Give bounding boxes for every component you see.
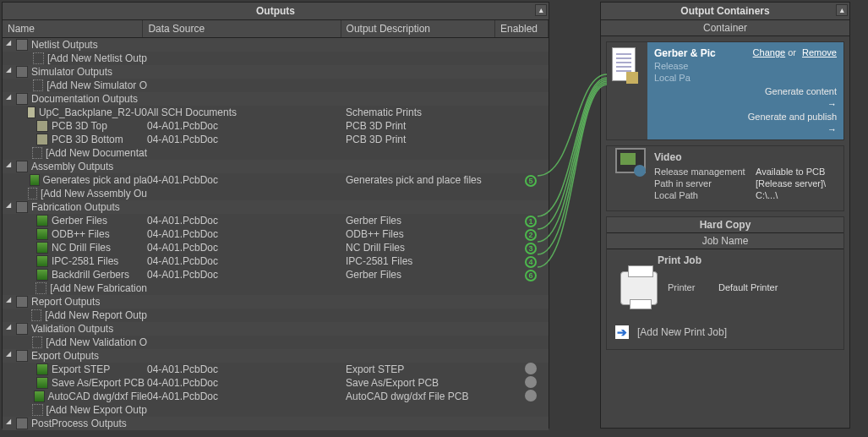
folder-icon [16, 201, 28, 213]
output-group[interactable]: Netlist Outputs [3, 38, 549, 52]
hardcopy-section: Hard Copy Job Name Print Job PrinterDefa… [606, 216, 844, 350]
enabled-dot[interactable] [525, 376, 537, 388]
output-group[interactable]: PostProcess Outputs [3, 417, 549, 430]
enabled-badge[interactable]: 4 [525, 256, 537, 268]
output-item[interactable]: PCB 3D Bottom 04-A01.PcbDoc PCB 3D Print [3, 133, 549, 146]
add-output-item[interactable]: [Add New Documentat [3, 146, 549, 160]
item-name: UpC_Backplane_R2-U0 [39, 107, 147, 118]
video-container[interactable]: Video Release managementAvailable to PCB… [606, 145, 844, 211]
add-print-job[interactable]: ➔ [Add New Print Job] [615, 325, 835, 339]
caret-icon[interactable] [6, 203, 14, 211]
header-enabled[interactable]: Enabled [495, 20, 549, 37]
add-output-item[interactable]: [Add New Report Outp [3, 309, 549, 322]
output-item[interactable]: Export STEP 04-A01.PcbDoc Export STEP [3, 363, 549, 376]
add-icon: ➔ [615, 325, 629, 339]
item-name: Generates pick and pla [43, 174, 147, 186]
outputs-tree[interactable]: Netlist Outputs[Add New Netlist Outp Sim… [3, 38, 549, 430]
add-label: [Add New Simulator O [46, 79, 147, 91]
output-group[interactable]: Validation Outputs [3, 322, 549, 336]
output-item[interactable]: Generates pick and pla 04-A01.PcbDoc Gen… [3, 173, 549, 187]
item-datasource: 04-A01.PcbDoc [147, 228, 346, 240]
item-description: Gerber Files [346, 215, 500, 227]
add-output-item[interactable]: [Add New Assembly Ou [3, 187, 549, 200]
enabled-dot[interactable] [525, 390, 537, 401]
header-description[interactable]: Output Description [341, 20, 495, 37]
item-icon [36, 255, 48, 267]
folder-icon [16, 350, 28, 362]
printer-val: Default Printer [718, 282, 778, 292]
enabled-badge[interactable]: 1 [525, 216, 537, 227]
add-output-item[interactable]: [Add New Export Outp [3, 403, 549, 417]
output-group[interactable]: Fabrication Outputs [3, 200, 549, 214]
item-datasource: 04-A01.PcbDoc [147, 255, 346, 267]
rm-val: Available to PCB [756, 167, 825, 177]
hardcopy-title: Hard Copy [607, 217, 843, 233]
caret-icon[interactable] [6, 298, 14, 306]
output-item[interactable]: AutoCAD dwg/dxf File 04-A01.PcbDoc AutoC… [3, 390, 549, 403]
caret-icon[interactable] [6, 325, 14, 333]
add-icon [28, 188, 37, 199]
add-output-item[interactable]: [Add New Netlist Outp [3, 52, 549, 65]
item-description: IPC-2581 Files [346, 255, 500, 267]
output-item[interactable]: Backdrill Gerbers 04-A01.PcbDoc Gerber F… [3, 268, 549, 281]
item-description: AutoCAD dwg/dxf File PCB [346, 391, 500, 402]
item-description: Save As/Export PCB [346, 377, 500, 389]
header-name[interactable]: Name [3, 20, 143, 37]
group-label: PostProcess Outputs [31, 418, 127, 429]
add-output-item[interactable]: [Add New Fabrication [3, 281, 549, 295]
output-item[interactable]: ODB++ Files 04-A01.PcbDoc ODB++ Files 2 [3, 227, 549, 241]
scroll-up-icon[interactable]: ▴ [836, 4, 848, 16]
output-group[interactable]: Export Outputs [3, 349, 549, 363]
enabled-dot[interactable] [525, 363, 537, 374]
add-label: [Add New Assembly Ou [41, 188, 147, 199]
print-job-row[interactable]: Print Job PrinterDefault Printer [607, 249, 843, 315]
output-item[interactable]: UpC_Backplane_R2-U0 All SCH Documents Sc… [3, 106, 549, 119]
output-item[interactable]: IPC-2581 Files 04-A01.PcbDoc IPC-2581 Fi… [3, 254, 549, 268]
add-output-item[interactable]: [Add New Validation O [3, 336, 549, 349]
caret-icon[interactable] [6, 68, 14, 76]
caret-icon[interactable] [6, 95, 14, 103]
add-label: [Add New Export Outp [46, 404, 147, 416]
output-group[interactable]: Documentation Outputs [3, 92, 549, 106]
item-icon [36, 120, 48, 132]
item-datasource: 04-A01.PcbDoc [147, 215, 346, 227]
output-group[interactable]: Report Outputs [3, 295, 549, 309]
generate-content-button[interactable]: Generate content → [654, 86, 837, 109]
output-item[interactable]: Save As/Export PCB 04-A01.PcbDoc Save As… [3, 376, 549, 390]
caret-icon[interactable] [6, 162, 14, 171]
item-icon [36, 228, 48, 240]
outputs-title: Outputs ▴ [3, 3, 549, 20]
enabled-badge[interactable]: 3 [525, 243, 537, 254]
scroll-up-icon[interactable]: ▴ [535, 4, 547, 16]
caret-icon[interactable] [6, 419, 14, 428]
output-item[interactable]: Gerber Files 04-A01.PcbDoc Gerber Files … [3, 214, 549, 227]
caret-icon[interactable] [6, 352, 14, 360]
generate-publish-button[interactable]: Generate and publish → [654, 112, 837, 134]
enabled-badge[interactable]: 5 [525, 175, 537, 187]
change-link[interactable]: Change [753, 47, 786, 57]
add-icon [32, 336, 42, 348]
container-subheader: Container [601, 20, 849, 36]
item-description: Schematic Prints [346, 107, 500, 118]
enabled-badge[interactable]: 2 [525, 229, 537, 241]
item-description: Generates pick and place files [346, 174, 500, 186]
enabled-badge[interactable]: 6 [525, 270, 537, 281]
gerber-container[interactable]: Gerber & Pic Release Local Pa Change or … [606, 41, 844, 140]
caret-icon[interactable] [6, 41, 14, 49]
output-item[interactable]: PCB 3D Top 04-A01.PcbDoc PCB 3D Print [3, 119, 549, 133]
folder-icon [16, 161, 28, 172]
header-datasource[interactable]: Data Source [143, 20, 341, 37]
add-icon [33, 52, 44, 64]
item-icon [36, 377, 48, 389]
output-group[interactable]: Simulator Outputs [3, 65, 549, 79]
add-output-item[interactable]: [Add New Simulator O [3, 79, 549, 92]
add-label: [Add New Fabrication [50, 282, 147, 294]
print-job-title: Print Job [658, 254, 835, 266]
item-icon [36, 215, 48, 227]
item-description: ODB++ Files [346, 228, 500, 240]
remove-link[interactable]: Remove [802, 47, 837, 57]
group-label: Validation Outputs [31, 323, 113, 335]
output-group[interactable]: Assembly Outputs [3, 160, 549, 173]
output-item[interactable]: NC Drill Files 04-A01.PcbDoc NC Drill Fi… [3, 241, 549, 254]
folder-icon [16, 323, 28, 335]
